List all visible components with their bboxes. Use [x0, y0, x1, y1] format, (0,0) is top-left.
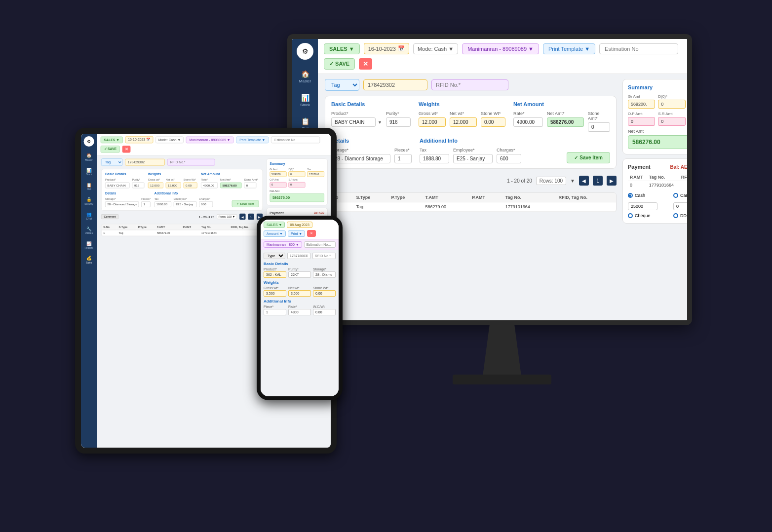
- cheque-radio[interactable]: [628, 213, 633, 218]
- tablet-sidebar-crm[interactable]: 👥CRM: [82, 209, 95, 223]
- purity-input[interactable]: [386, 117, 411, 127]
- tablet-purity[interactable]: [132, 183, 145, 189]
- tablet-customer[interactable]: Manimanran - 89089089 ▼: [186, 136, 234, 143]
- tablet-prev[interactable]: ◀: [239, 214, 245, 220]
- monitor-stand: [482, 320, 522, 380]
- phone-estimation-input[interactable]: [304, 241, 336, 248]
- next-page-button[interactable]: ▶: [607, 176, 617, 186]
- main-content: SALES ▼ 16-10-2023 📅 Mode: Cash ▼ Manima…: [318, 39, 687, 320]
- tablet-stone[interactable]: [184, 183, 197, 189]
- phone-print-btn[interactable]: Print ▼: [288, 230, 305, 237]
- phone-type-select[interactable]: Type: [264, 253, 285, 259]
- net-amt-input[interactable]: [547, 117, 584, 127]
- gross-wt-input[interactable]: [419, 117, 446, 127]
- phone-amount-btn[interactable]: Amount ▼: [264, 230, 286, 237]
- card-amount-row: [673, 201, 687, 210]
- sales-button[interactable]: SALES ▼: [324, 43, 360, 54]
- employee-field: Employee*: [453, 148, 493, 163]
- phone-purity-input[interactable]: [288, 271, 311, 278]
- net-wt-input[interactable]: [450, 117, 477, 127]
- phone-pieces-input[interactable]: [264, 309, 286, 315]
- tablet-tax[interactable]: [154, 201, 171, 207]
- tablet-estimation[interactable]: [271, 136, 320, 143]
- cash-amount-input[interactable]: [628, 202, 657, 210]
- tablet-date[interactable]: 16-10-2023 📅: [125, 136, 154, 143]
- tag-number-input[interactable]: [363, 79, 427, 90]
- charges-input[interactable]: [497, 154, 521, 163]
- phone-storage-input[interactable]: [313, 271, 336, 278]
- phone-close-btn[interactable]: ✕: [307, 230, 316, 237]
- tablet-product[interactable]: [105, 183, 130, 189]
- tablet-rate[interactable]: [201, 183, 218, 189]
- phone: SALES ▼ 08 Aug 2023 Amount ▼ Print ▼ ✕ M…: [253, 212, 347, 404]
- pieces-input[interactable]: [394, 154, 412, 163]
- phone-sales-btn[interactable]: SALES ▼: [264, 222, 285, 228]
- dropdown-icon: ▼: [570, 178, 575, 184]
- tablet-charges[interactable]: [199, 201, 213, 207]
- tablet-comment-btn[interactable]: Comment: [101, 214, 118, 219]
- tablet-print[interactable]: Print Template ▼: [236, 136, 269, 143]
- tablet-tag-input[interactable]: [125, 159, 165, 166]
- phone-rate-input[interactable]: [288, 309, 311, 315]
- weights-fields: Gross wt* Net wt*: [419, 111, 505, 127]
- table-row[interactable]: 1 Tag 586279.00 1779101664: [325, 202, 616, 212]
- date-picker[interactable]: 16-10-2023 📅: [364, 43, 409, 54]
- phone-product-input[interactable]: [264, 271, 286, 278]
- dd-radio[interactable]: [673, 213, 678, 218]
- tablet-tag-select[interactable]: Tag: [101, 158, 122, 166]
- tablet-net[interactable]: [166, 183, 181, 189]
- tablet-sidebar-utilities[interactable]: 🔧Utilities: [82, 224, 95, 237]
- tablet-emp[interactable]: [174, 201, 197, 207]
- prev-page-button[interactable]: ◀: [579, 176, 589, 186]
- phone-net-input[interactable]: [288, 290, 311, 297]
- employee-input[interactable]: [453, 154, 493, 163]
- tablet-rfid-input[interactable]: [167, 159, 215, 166]
- phone-customer-btn[interactable]: Manimanran - 850 ▼: [264, 241, 302, 248]
- estimation-input[interactable]: [599, 43, 678, 54]
- tag-select[interactable]: Tag: [325, 79, 359, 91]
- tablet-pieces[interactable]: [141, 201, 151, 207]
- tablet-sidebar-sales[interactable]: 💰Sales: [82, 253, 95, 266]
- tablet-save[interactable]: ✓ SAVE: [101, 146, 120, 152]
- stone-amt-input[interactable]: [588, 122, 610, 132]
- tablet-table-row[interactable]: 1 Tag 586279.00 1779101664: [102, 230, 263, 236]
- card-amount-input[interactable]: [673, 202, 687, 210]
- tablet-sidebar-master[interactable]: 🏠Master: [82, 150, 95, 163]
- sidebar-item-master[interactable]: 🏠 Master: [294, 66, 316, 87]
- phone-date-btn[interactable]: 08 Aug 2023: [287, 222, 312, 228]
- tablet-gross[interactable]: [148, 183, 163, 189]
- tablet-storage[interactable]: [105, 201, 139, 207]
- card-radio[interactable]: [673, 193, 678, 198]
- rate-input[interactable]: [513, 117, 543, 127]
- phone-stone-input[interactable]: [313, 290, 336, 297]
- cash-radio[interactable]: [628, 193, 633, 198]
- tablet-sales-button[interactable]: SALES ▼: [101, 136, 123, 143]
- tablet-netamt[interactable]: [220, 183, 241, 189]
- phone-gross-input[interactable]: [264, 290, 286, 297]
- phone-rfid-input[interactable]: [312, 253, 336, 259]
- net-amount-section: Net Amount Rate* Net Amt*: [513, 101, 610, 132]
- print-template-button[interactable]: Print Template ▼: [543, 43, 595, 54]
- tablet-sidebar-stock[interactable]: 📊Stock: [82, 165, 95, 178]
- tablet-mode[interactable]: Mode: Cash ▼: [155, 136, 184, 143]
- tablet-close[interactable]: ✕: [122, 146, 131, 152]
- save-button[interactable]: ✓ SAVE: [324, 58, 355, 70]
- phone-tag-input[interactable]: [287, 253, 310, 259]
- tablet-sidebar-chit[interactable]: 📋Chit: [82, 180, 95, 193]
- stone-wt-input[interactable]: [481, 117, 505, 127]
- tablet-sidebar-reports[interactable]: 📈Reports: [82, 238, 95, 252]
- save-item-button[interactable]: ✓ Save Item: [567, 152, 610, 163]
- close-button[interactable]: ✕: [359, 58, 372, 70]
- net-wt-field: Net wt*: [450, 111, 477, 127]
- tablet-save-item[interactable]: ✓ Save Item: [232, 200, 259, 207]
- tablet-stoneamt[interactable]: [244, 183, 256, 189]
- tax-input[interactable]: [420, 154, 449, 163]
- phone-wc-input[interactable]: [313, 309, 336, 315]
- tablet-sidebar-security[interactable]: 🔒Security: [82, 194, 95, 208]
- customer-selector[interactable]: Manimanran - 89089089 ▼: [462, 43, 539, 54]
- summary-row-1: Gr Amt 569200. D(0)* 0 Tax: [628, 94, 687, 109]
- sidebar-item-stock[interactable]: 📊 Stock: [294, 89, 316, 111]
- mode-selector[interactable]: Mode: Cash ▼: [413, 43, 458, 54]
- rfid-input[interactable]: [431, 79, 508, 90]
- payment-row[interactable]: 0 1779101664: [628, 181, 687, 190]
